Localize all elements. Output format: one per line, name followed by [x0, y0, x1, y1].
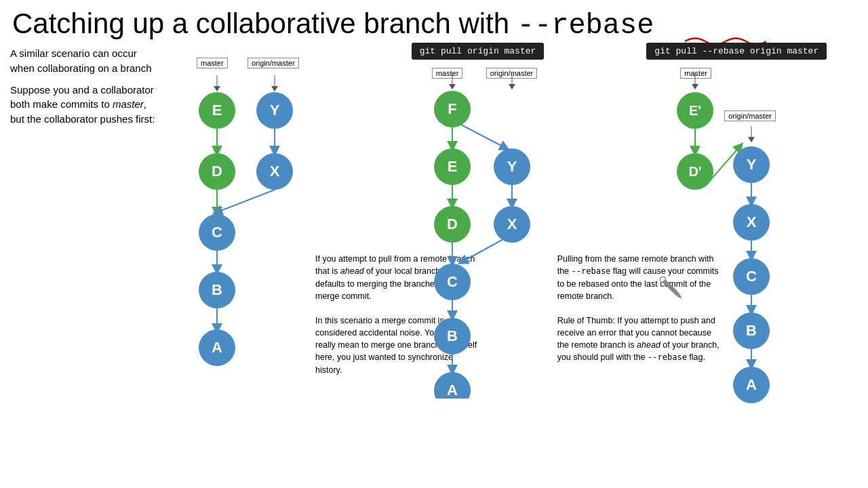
d3-cmd: git pull --rebase origin master: [646, 43, 827, 60]
diagram3-svg: E' D' Y X C B A: [646, 60, 795, 405]
title-mono: --rebase: [517, 9, 654, 42]
svg-text:D': D': [689, 164, 702, 179]
diagram1-svg: E D C B A Y X: [173, 49, 315, 382]
svg-text:B: B: [212, 281, 222, 298]
diagrams-container: master origin/master: [170, 43, 865, 488]
d2-cmd: git pull origin master: [412, 43, 545, 60]
diagram1-col: master origin/master: [170, 43, 388, 488]
diagram2-col: git pull origin master master origin/mas…: [408, 43, 627, 488]
svg-text:B: B: [447, 327, 458, 344]
suppose-text: Suppose you and a collaborator both make…: [10, 83, 163, 127]
svg-text:X: X: [507, 216, 517, 232]
left-panel: A similar scenario can occur when collab…: [3, 43, 170, 488]
svg-text:B: B: [746, 322, 757, 339]
page-title: Catching up a collaborative branch with …: [0, 0, 868, 43]
svg-text:F: F: [448, 100, 456, 117]
svg-line-51: [462, 239, 503, 262]
diagram3-col: git pull --rebase origin master master o…: [646, 43, 865, 488]
svg-text:E': E': [689, 103, 701, 118]
svg-marker-1: [214, 86, 220, 92]
title-prefix: Catching up a collaborative branch with: [12, 7, 517, 39]
svg-text:E: E: [447, 158, 457, 175]
svg-marker-25: [449, 84, 456, 89]
svg-marker-27: [509, 84, 515, 89]
svg-line-45: [461, 125, 505, 148]
svg-line-23: [217, 190, 275, 212]
svg-text:A: A: [212, 339, 222, 356]
svg-marker-3: [271, 86, 278, 92]
svg-text:A: A: [746, 376, 757, 393]
svg-marker-53: [692, 84, 698, 89]
svg-text:Y: Y: [507, 158, 517, 175]
svg-text:Y: Y: [270, 102, 280, 119]
svg-text:Y: Y: [747, 156, 757, 173]
svg-text:C: C: [447, 273, 458, 290]
svg-text:C: C: [746, 268, 757, 285]
main-layout: A similar scenario can occur when collab…: [0, 43, 868, 488]
svg-text:X: X: [270, 163, 280, 180]
svg-text:C: C: [212, 224, 222, 241]
diagram2-svg: F E D C B A Y X: [412, 60, 554, 399]
svg-text:A: A: [447, 382, 458, 399]
svg-text:D: D: [447, 216, 458, 232]
svg-marker-55: [748, 137, 755, 142]
scenario-text: A similar scenario can occur when collab…: [10, 46, 163, 76]
svg-text:X: X: [747, 214, 757, 230]
svg-text:D: D: [212, 163, 222, 180]
svg-text:E: E: [212, 102, 222, 119]
